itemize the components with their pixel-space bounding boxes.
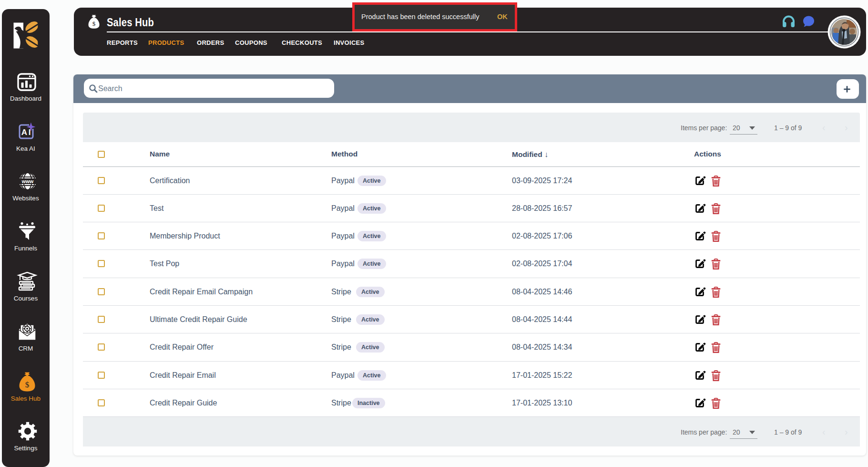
svg-text:www: www [21, 178, 34, 184]
svg-text:A: A [21, 128, 27, 137]
svg-text:$: $ [92, 20, 96, 27]
svg-text:$: $ [25, 380, 30, 389]
